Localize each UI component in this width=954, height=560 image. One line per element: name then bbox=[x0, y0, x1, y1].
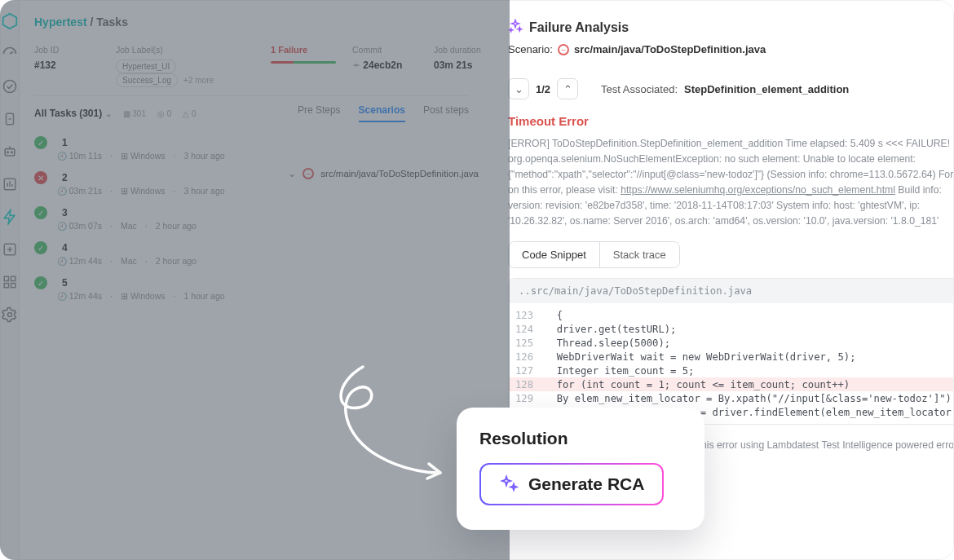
code-line: 127 Integer item_count = 5; bbox=[509, 364, 954, 377]
tab-pre-steps[interactable]: Pre Steps bbox=[298, 104, 341, 122]
resolution-card: Resolution Generate RCA bbox=[457, 408, 704, 530]
duration-value: 03m 21s bbox=[434, 60, 491, 71]
error-link[interactable]: https://www.seleniumhq.org/exceptions/no… bbox=[621, 184, 895, 196]
tab-scenarios[interactable]: Scenarios bbox=[359, 104, 405, 122]
sparkle-icon bbox=[499, 474, 519, 494]
pill-1[interactable]: Hypertest_UI bbox=[116, 60, 176, 73]
task-number: 1 bbox=[62, 137, 68, 148]
tasks-zero1: ◎ 0 bbox=[157, 109, 171, 118]
svg-point-6 bbox=[11, 152, 13, 153]
svg-marker-0 bbox=[3, 14, 17, 29]
task-row[interactable]: ✓ 3 bbox=[34, 201, 469, 221]
nav-battery-icon[interactable] bbox=[1, 110, 19, 128]
svg-rect-17 bbox=[4, 284, 8, 288]
pager-up-button[interactable]: ⌃ bbox=[557, 78, 578, 99]
tab-post-steps[interactable]: Post steps bbox=[423, 104, 469, 122]
duration: 12m 44s bbox=[57, 291, 102, 301]
svg-point-5 bbox=[7, 152, 9, 153]
line-number: 128 bbox=[509, 379, 545, 390]
code-line: 129 By elem_new_item_locator = By.xpath(… bbox=[509, 391, 954, 405]
age: 2 hour ago bbox=[156, 221, 197, 231]
code-path: ..src/main/java/ToDoStepDefinition.java bbox=[509, 279, 954, 303]
duration-label: Job duration bbox=[434, 45, 491, 55]
line-number: 124 bbox=[509, 324, 545, 335]
os-label: Mac bbox=[121, 256, 137, 266]
tab-code-snippet[interactable]: Code Snippet bbox=[509, 242, 599, 267]
jobid-value: #132 bbox=[34, 60, 91, 71]
code-text: By elem_new_item_locator = By.xpath("//i… bbox=[545, 393, 954, 404]
generate-rca-button[interactable]: Generate RCA bbox=[479, 463, 664, 505]
tasks-zero2: △ 0 bbox=[183, 109, 196, 118]
scenario-path: src/main/java/ToDoStepDefinition.java bbox=[320, 169, 479, 179]
failure-count: 1 Failure bbox=[271, 45, 328, 55]
tasks-panel: Hypertest / Tasks Job ID #132 Job Label(… bbox=[20, 1, 484, 559]
pager-down-button[interactable]: ⌄ bbox=[508, 78, 529, 99]
code-line: 128 for (int count = 1; count <= item_co… bbox=[509, 377, 954, 391]
code-line: 124 driver.get(testURL); bbox=[509, 322, 954, 336]
nav-robot-icon[interactable] bbox=[1, 143, 19, 161]
code-snippet-box: ..src/main/java/ToDoStepDefinition.java … bbox=[508, 278, 954, 425]
duration: 10m 11s bbox=[57, 151, 102, 161]
task-row[interactable]: ✓ 4 bbox=[34, 236, 469, 256]
check-icon: ✓ bbox=[34, 276, 47, 289]
commit-value: 24ecb2n bbox=[352, 60, 409, 71]
fail-icon: ✕ bbox=[34, 171, 47, 184]
breadcrumb-app[interactable]: Hypertest bbox=[34, 15, 87, 29]
check-icon: ✓ bbox=[34, 136, 47, 149]
selected-scenario[interactable]: ⌄ – src/main/java/ToDoStepDefinition.jav… bbox=[288, 168, 479, 179]
chevron-down-icon: ⌄ bbox=[288, 168, 296, 179]
logo-icon bbox=[1, 12, 19, 30]
duration: 12m 44s bbox=[57, 256, 102, 266]
all-tasks-dropdown[interactable]: All Tasks (301) ⌄ bbox=[34, 108, 112, 119]
breadcrumb-page[interactable]: Tasks bbox=[96, 15, 128, 29]
task-number: 3 bbox=[62, 207, 68, 218]
svg-rect-15 bbox=[4, 276, 8, 280]
joblabel-label: Job Label(s) bbox=[116, 45, 246, 55]
code-text: Integer item_count = 5; bbox=[545, 365, 694, 377]
duration: 03m 21s bbox=[57, 186, 102, 196]
task-meta: 12m 44s· Mac· 2 hour ago bbox=[34, 256, 469, 266]
nav-plus-icon[interactable] bbox=[1, 240, 19, 258]
nav-apps-icon[interactable] bbox=[1, 273, 19, 291]
tab-stack-trace[interactable]: Stack trace bbox=[599, 242, 679, 267]
svg-point-20 bbox=[356, 64, 358, 67]
breadcrumb: Hypertest / Tasks bbox=[34, 15, 469, 29]
svg-point-19 bbox=[8, 313, 12, 317]
metrics-row: Job ID #132 Job Label(s) Hypertest_UI Su… bbox=[34, 40, 469, 96]
age: 3 hour ago bbox=[183, 151, 224, 161]
task-number: 2 bbox=[62, 172, 68, 183]
task-list: ✓ 1 10m 11s· ⊞ Windows· 3 hour ago ✕ 2 0… bbox=[34, 130, 469, 301]
task-row[interactable]: ✓ 5 bbox=[34, 271, 469, 291]
pill-2[interactable]: Success_Log bbox=[116, 73, 178, 87]
svg-rect-16 bbox=[11, 276, 15, 280]
error-title: Timeout Error bbox=[508, 114, 954, 128]
commit-label: Commit bbox=[352, 45, 409, 55]
generate-rca-label: Generate RCA bbox=[528, 474, 644, 494]
code-line: 123 { bbox=[509, 308, 954, 322]
code-text: Thread.sleep(5000); bbox=[545, 337, 670, 349]
joblabel-pills: Hypertest_UI Success_Log +2 more bbox=[116, 60, 246, 87]
os-label: ⊞ Windows bbox=[121, 186, 166, 196]
code-line: 125 Thread.sleep(5000); bbox=[509, 336, 954, 350]
scenario-prefix: Scenario: bbox=[508, 43, 553, 55]
task-row[interactable]: ✓ 1 bbox=[34, 130, 469, 151]
nav-gauge-icon[interactable] bbox=[1, 45, 19, 63]
pill-more[interactable]: +2 more bbox=[183, 76, 214, 85]
failed-icon: – bbox=[303, 168, 314, 179]
step-tabs: Pre Steps Scenarios Post steps bbox=[298, 104, 469, 122]
sparkle-icon bbox=[508, 19, 523, 37]
nav-chart-icon[interactable] bbox=[1, 175, 19, 193]
nav-bolt-icon[interactable] bbox=[1, 208, 19, 226]
os-label: ⊞ Windows bbox=[121, 291, 166, 301]
age: 3 hour ago bbox=[183, 186, 224, 196]
svg-rect-18 bbox=[11, 284, 15, 288]
code-text: WebDriverWait wait = new WebDriverWait(d… bbox=[545, 351, 856, 363]
svg-point-1 bbox=[4, 81, 16, 93]
scenario-line: Scenario: – src/main/java/ToDoStepDefini… bbox=[508, 43, 954, 55]
jobid-label: Job ID bbox=[34, 45, 91, 55]
code-text: for (int count = 1; count <= item_count;… bbox=[545, 379, 850, 390]
error-text: [ERROR] ToDoStepDefinition.StepDefinitio… bbox=[508, 136, 954, 228]
nav-gear-icon[interactable] bbox=[1, 306, 19, 324]
nav-check-icon[interactable] bbox=[1, 77, 19, 95]
failure-bar bbox=[271, 61, 336, 64]
